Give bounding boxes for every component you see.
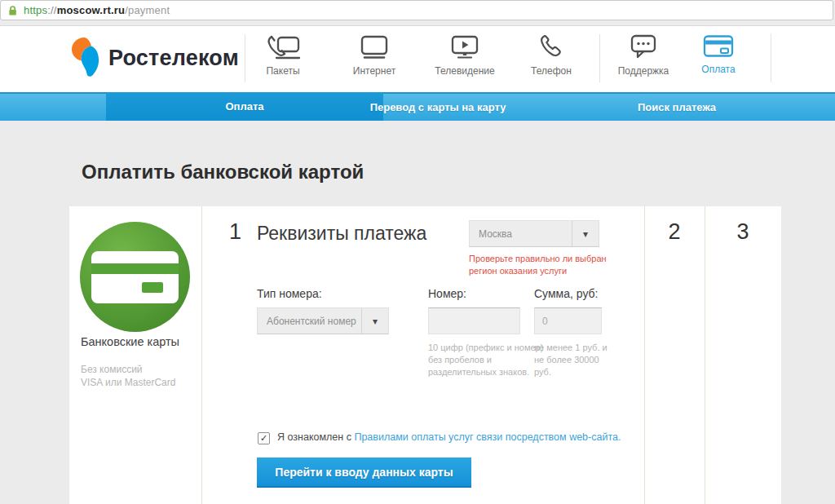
support-icon [627, 33, 660, 61]
header-divider [771, 34, 771, 82]
step-1-title: Реквизиты платежа [257, 223, 426, 245]
nav-item-tv[interactable]: Телевидение [422, 33, 507, 77]
nav-label: Оплата [676, 64, 761, 75]
phone-icon [537, 33, 566, 61]
region-select[interactable]: Москва ▾ [469, 220, 599, 247]
chevron-down-icon[interactable]: ▾ [361, 308, 388, 334]
agreement-checkbox[interactable]: ✓ [258, 432, 270, 444]
region-select-value: Москва [470, 228, 572, 240]
url-separator: :// [47, 4, 56, 16]
agreement-text: Я ознакомлен с Правилами оплаты услуг св… [277, 431, 621, 443]
nav-item-packages[interactable]: Пакеты [241, 33, 325, 77]
logo-text: Ростелеком [108, 46, 239, 71]
nav-label: Пакеты [241, 65, 325, 77]
nav-item-phone[interactable]: Телефон [509, 33, 594, 77]
method-note-commission: Без комиссий [81, 364, 143, 375]
payment-card-panel: Банковские карты Без комиссий VISA или M… [69, 206, 781, 504]
packages-icon [264, 33, 302, 61]
internet-icon [356, 33, 392, 61]
header-divider [599, 34, 600, 82]
amount-label: Сумма, руб: [534, 287, 598, 300]
url-host: moscow.rt.ru [57, 4, 126, 16]
column-divider [705, 206, 705, 504]
amount-hint: не менее 1 руб. и не более 30000 руб. [534, 342, 616, 378]
tab-search-payment[interactable]: Поиск платежа [563, 94, 791, 121]
proceed-to-card-data-button[interactable]: Перейти к вводу данных карты [257, 458, 471, 488]
url-path: /payment [125, 4, 170, 16]
tv-icon [448, 33, 481, 61]
step-1-number: 1 [229, 219, 254, 245]
nav-item-internet[interactable]: Интернет [332, 33, 417, 77]
rostelecom-logo[interactable]: Ростелеком [70, 37, 239, 79]
agreement-rules-link[interactable]: Правилами оплаты услуг связи посредством… [354, 431, 621, 443]
step-2-number: 2 [644, 219, 705, 245]
url-text: https://moscow.rt.ru/payment [24, 4, 170, 16]
nav-item-support[interactable]: Поддержка [601, 33, 686, 77]
number-type-label: Тип номера: [257, 287, 322, 300]
browser-address-bar[interactable]: https://moscow.rt.ru/payment [0, 0, 833, 20]
nav-label: Интернет [332, 65, 417, 77]
tab-label: Поиск платежа [638, 101, 716, 113]
amount-input[interactable] [534, 307, 602, 334]
agreement-text-plain: Я ознакомлен с [277, 431, 351, 443]
number-type-select[interactable]: Абонентский номер ▾ [257, 307, 389, 334]
column-divider [644, 206, 645, 504]
page-title: Оплатить банковской картой [82, 161, 364, 183]
tab-label: Перевод с карты на карту [370, 101, 506, 113]
chevron-down-icon[interactable]: ▾ [572, 221, 599, 246]
payment-card-icon [702, 33, 735, 60]
column-divider [201, 206, 202, 504]
region-warning-text: Проверьте правильно ли выбран регион ока… [469, 253, 620, 277]
method-title: Банковские карты [81, 335, 179, 348]
url-scheme: https [24, 4, 47, 16]
number-input[interactable] [428, 307, 520, 334]
rostelecom-logo-icon [70, 37, 99, 79]
nav-label: Телевидение [422, 65, 507, 77]
nav-label: Телефон [509, 65, 594, 77]
nav-label: Поддержка [601, 65, 686, 77]
tab-label: Оплата [225, 100, 263, 113]
tab-card-to-card[interactable]: Перевод с карты на карту [324, 94, 552, 121]
step-3-number: 3 [705, 219, 781, 245]
number-label: Номер: [428, 287, 466, 300]
method-note-cards: VISA или MasterCard [81, 377, 175, 388]
agreement-row: ✓ Я ознакомлен с Правилами оплаты услуг … [258, 431, 621, 444]
number-type-select-value: Абонентский номер [258, 316, 361, 327]
site-header: Ростелеком Пакеты Интернет Телевидение [0, 26, 835, 92]
payment-tabbar: Оплата Перевод с карты на карту Поиск пл… [0, 92, 835, 121]
lock-icon [7, 5, 18, 16]
nav-item-payment[interactable]: Оплата [676, 33, 761, 75]
bank-card-icon [80, 222, 190, 332]
